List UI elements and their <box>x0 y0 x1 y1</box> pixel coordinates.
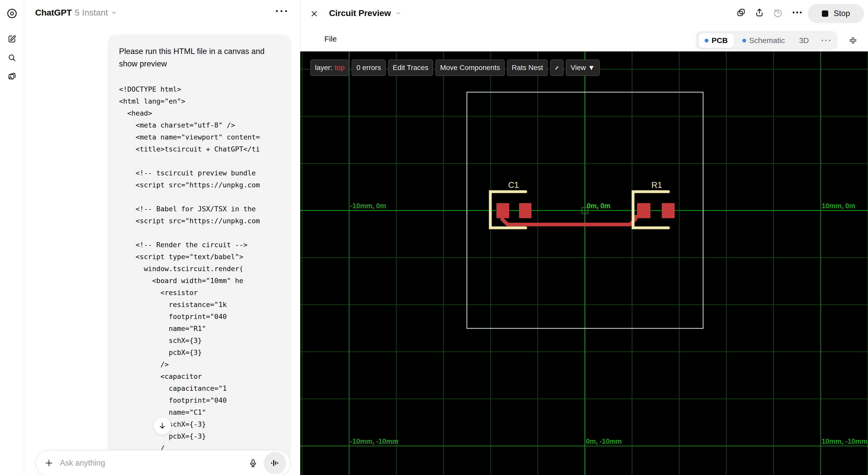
tab-schematic[interactable]: Schematic <box>736 33 791 48</box>
app-screen: ChatGPT 5 Instant Please run this HTML f… <box>0 0 868 475</box>
tabs-more-button[interactable] <box>817 40 835 41</box>
user-message-bubble: Please run this HTML file in a canvas an… <box>107 34 291 462</box>
canvas-panel-header: Circuit Preview <box>300 0 868 52</box>
library-icon <box>8 72 16 80</box>
pcb-toolbar: layer: top 0 errors Edit Traces Move Com… <box>310 60 600 76</box>
stop-square-icon <box>822 10 828 17</box>
tab-pcb[interactable]: PCB <box>698 33 734 48</box>
plus-icon <box>44 459 53 467</box>
tab-3d[interactable]: 3D <box>793 33 815 48</box>
close-canvas-button[interactable] <box>309 8 320 19</box>
search-icon <box>8 54 16 62</box>
more-dots-icon <box>792 11 802 14</box>
panel-actions <box>737 8 802 17</box>
edit-traces-button[interactable]: Edit Traces <box>388 60 433 76</box>
rats-nest-button[interactable]: Rats Nest <box>507 60 548 76</box>
voice-mode-button[interactable] <box>264 452 286 474</box>
model-name: 5 Instant <box>75 8 108 18</box>
move-components-button[interactable]: Move Components <box>436 60 504 76</box>
layer-prefix: layer: <box>315 64 332 72</box>
tab-schematic-label: Schematic <box>749 36 785 45</box>
exit-fullscreen-icon <box>849 36 857 45</box>
pcb-canvas[interactable]: C1 R1 0m, 0m -10mm, 0m 10mm, 0m -10mm, -… <box>300 52 868 475</box>
history-icon <box>773 8 783 17</box>
dictate-button[interactable] <box>248 459 258 468</box>
sidebar-rail <box>0 0 25 475</box>
copy-icon <box>737 8 746 17</box>
stop-button[interactable]: Stop <box>808 4 864 23</box>
model-switcher[interactable]: ChatGPT 5 Instant <box>35 8 117 18</box>
arrow-down-icon <box>158 422 166 430</box>
grid-label: 10mm, -10mm <box>822 438 867 445</box>
pcb-drawing: C1 R1 0m, 0m -10mm, 0m 10mm, 0m -10mm, -… <box>300 52 868 475</box>
app-title: ChatGPT <box>35 8 72 18</box>
errors-button[interactable]: 0 errors <box>352 60 385 76</box>
panel-title-row: Circuit Preview <box>301 0 868 27</box>
grid-center-axes <box>300 52 868 475</box>
component-ref-c1: C1 <box>508 180 519 190</box>
view-tabs: PCB Schematic 3D <box>696 31 837 50</box>
scroll-to-bottom-button[interactable] <box>153 417 171 435</box>
chat-header: ChatGPT 5 Instant <box>25 0 300 27</box>
grid-major-lines <box>300 52 868 475</box>
view-menu-button[interactable]: View ▼ <box>566 60 600 76</box>
stop-label: Stop <box>834 9 850 18</box>
grid-label: -10mm, -10mm <box>350 438 398 445</box>
voice-waveform-icon <box>270 458 280 468</box>
new-chat-button[interactable] <box>6 33 18 45</box>
tab-pcb-label: PCB <box>712 36 727 45</box>
share-button[interactable] <box>755 8 764 17</box>
history-button[interactable] <box>773 8 783 17</box>
file-menu[interactable]: File <box>320 33 341 45</box>
canvas-title: Circuit Preview <box>329 8 391 18</box>
chevron-down-icon <box>396 10 401 16</box>
chatgpt-logo-icon[interactable] <box>6 7 18 20</box>
conversation-menu-button[interactable] <box>276 10 287 12</box>
pencil-tool-button[interactable] <box>550 60 563 76</box>
component-ref-r1: R1 <box>651 180 662 190</box>
collapse-canvas-button[interactable] <box>847 35 859 46</box>
close-icon <box>310 10 318 18</box>
grid-label: 0m, -10mm <box>586 438 622 445</box>
copy-button[interactable] <box>737 8 746 17</box>
canvas-title-dropdown[interactable]: Circuit Preview <box>329 8 401 18</box>
attach-button[interactable] <box>44 459 53 467</box>
library-button[interactable] <box>6 70 18 82</box>
user-message-text: Please run this HTML file in a canvas an… <box>119 45 280 70</box>
layer-value: top <box>335 64 345 72</box>
origin-label: 0m, 0m <box>587 202 610 210</box>
tab-3d-label: 3D <box>799 36 809 45</box>
search-button[interactable] <box>6 52 18 64</box>
panel-menu-row: File PCB Schematic 3D <box>301 27 868 52</box>
grid-label: -10mm, 0m <box>350 202 386 210</box>
microphone-icon <box>248 459 258 468</box>
new-chat-icon <box>8 35 16 43</box>
code-block: <!DOCTYPE html> <html lang="en"> <head> … <box>119 83 280 454</box>
chevron-down-icon <box>111 10 117 15</box>
schematic-status-dot <box>742 39 746 42</box>
message-input[interactable] <box>59 458 242 468</box>
composer <box>36 450 290 475</box>
layer-button[interactable]: layer: top <box>310 60 349 76</box>
panel-more-button[interactable] <box>792 11 802 14</box>
grid-label: 10mm, 0m <box>822 202 855 210</box>
grid-coordinate-labels: -10mm, 0m 10mm, 0m -10mm, -10mm 0m, -10m… <box>350 202 867 445</box>
pcb-status-dot <box>705 39 709 42</box>
grid-minor-lines <box>300 52 868 475</box>
pencil-icon <box>555 64 559 71</box>
share-upload-icon <box>755 8 764 17</box>
